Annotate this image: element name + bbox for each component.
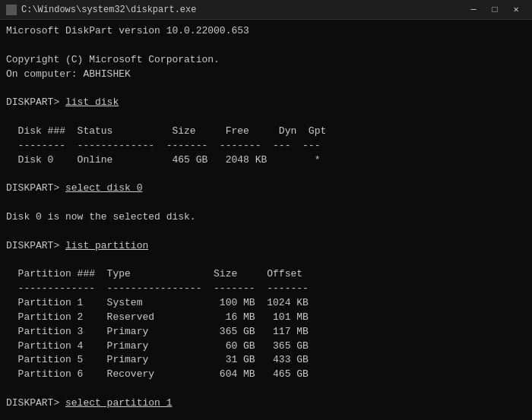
cmd-list-partition-text: list partition: [65, 240, 148, 251]
partition-row-1: Partition 1 System 100 MB 1024 KB: [6, 296, 526, 311]
blank-7: [6, 382, 526, 396]
partition-row-3: Partition 3 Primary 365 GB 117 MB: [6, 325, 526, 339]
disk-row: Disk 0 Online 465 GB 2048 KB *: [6, 153, 526, 168]
blank-2: [6, 110, 526, 125]
titlebar-controls[interactable]: — □ ✕: [464, 0, 526, 20]
cmd-select-partition: DISKPART> select partition 1: [6, 396, 526, 411]
close-button[interactable]: ✕: [506, 0, 526, 20]
partition-header: Partition ### Type Size Offset: [6, 267, 526, 282]
minimize-button[interactable]: —: [464, 0, 483, 20]
titlebar-left: C:\Windows\system32\diskpart.exe: [6, 5, 196, 15]
window-title: C:\Windows\system32\diskpart.exe: [21, 5, 196, 15]
maximize-button[interactable]: □: [485, 0, 505, 20]
terminal-content: Microsoft DiskPart version 10.0.22000.65…: [0, 20, 532, 420]
partition-sep: ------------- ---------------- ------- -…: [6, 282, 526, 296]
blank-8: [6, 411, 526, 420]
partition-row-4: Partition 4 Primary 60 GB 365 GB: [6, 339, 526, 354]
intro-line-4: On computer: ABHISHEK: [6, 68, 526, 82]
cmd-list-disk: DISKPART> list disk: [6, 96, 526, 110]
disk-table-sep: -------- ------------- ------- ------- -…: [6, 139, 526, 153]
partition-row-2: Partition 2 Reserved 16 MB 101 MB: [6, 311, 526, 325]
intro-line-3: Copyright (C) Microsoft Corporation.: [6, 53, 526, 68]
blank-1: [6, 81, 526, 96]
partition-row-6: Partition 6 Recovery 604 MB 465 GB: [6, 368, 526, 382]
intro-line-1: Microsoft DiskPart version 10.0.22000.65…: [6, 24, 526, 39]
titlebar: C:\Windows\system32\diskpart.exe — □ ✕: [0, 0, 532, 20]
select-disk-msg: Disk 0 is now the selected disk.: [6, 210, 526, 225]
cmd-list-partition: DISKPART> list partition: [6, 239, 526, 254]
blank-3: [6, 167, 526, 182]
partition-row-5: Partition 5 Primary 31 GB 433 GB: [6, 353, 526, 368]
window: C:\Windows\system32\diskpart.exe — □ ✕ M…: [0, 0, 532, 420]
cmd-select-partition-text: select partition 1: [65, 397, 172, 409]
blank-5: [6, 225, 526, 239]
cmd-icon: [6, 5, 17, 15]
cmd-select-disk: DISKPART> select disk 0: [6, 182, 526, 196]
blank-4: [6, 196, 526, 210]
blank-6: [6, 254, 526, 268]
disk-table-header: Disk ### Status Size Free Dyn Gpt: [6, 125, 526, 139]
intro-line-2: [6, 39, 526, 53]
cmd-select-disk-text: select disk 0: [65, 182, 142, 194]
cmd-list-disk-text: list disk: [65, 96, 119, 108]
